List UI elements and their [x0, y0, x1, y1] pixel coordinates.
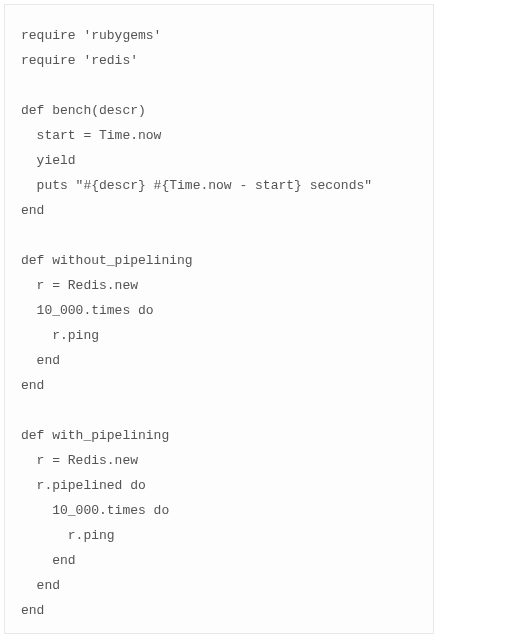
code-block: require 'rubygems' require 'redis' def b… [4, 4, 434, 634]
code-content: require 'rubygems' require 'redis' def b… [21, 23, 417, 623]
